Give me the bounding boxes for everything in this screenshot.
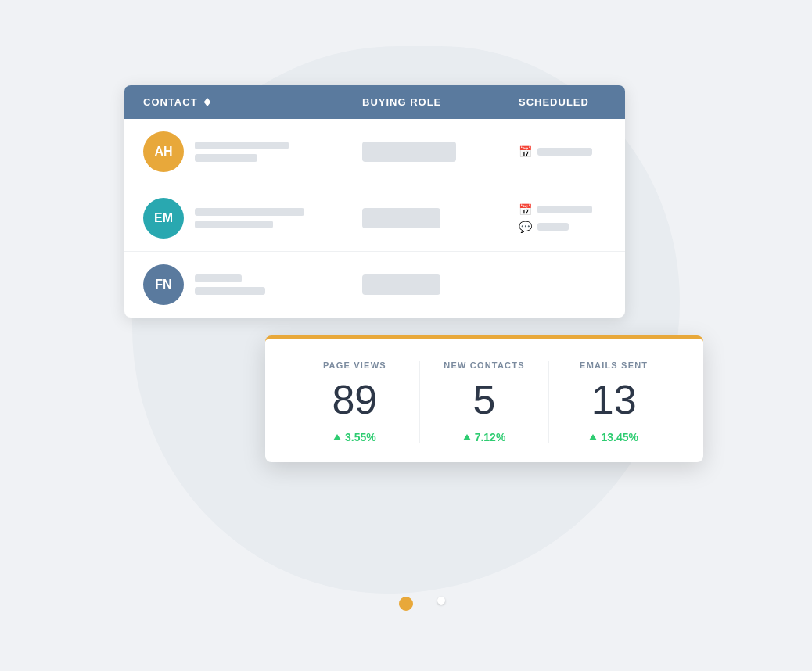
placeholder-line xyxy=(195,208,304,216)
stat-value: 13 xyxy=(591,379,637,420)
scheduled-line xyxy=(537,206,592,214)
avatar: EM xyxy=(143,198,184,239)
sort-up-icon xyxy=(204,98,210,102)
stat-label: PAGE VIEWS xyxy=(323,361,386,370)
stat-value: 5 xyxy=(473,379,496,420)
trend-up-icon xyxy=(589,434,597,440)
contact-lines xyxy=(195,208,304,228)
scheduled-line xyxy=(537,223,569,231)
scheduled-item: 📅 xyxy=(519,203,606,216)
placeholder-line xyxy=(195,287,265,295)
placeholder-line xyxy=(195,142,289,149)
dot-white xyxy=(437,597,445,605)
placeholder-line xyxy=(195,274,242,282)
stat-change: 13.45% xyxy=(589,431,638,443)
contact-table: CONTACT BUYING ROLE SCHEDULED AH xyxy=(124,85,625,318)
row-buying-role xyxy=(362,142,519,162)
row-buying-role xyxy=(362,274,519,295)
row-contact: AH xyxy=(143,131,362,172)
calendar-icon: 📅 xyxy=(519,145,531,158)
stat-label: NEW CONTACTS xyxy=(444,361,524,370)
email-icon: 💬 xyxy=(519,221,531,233)
table-header: CONTACT BUYING ROLE SCHEDULED xyxy=(124,85,625,119)
stat-change: 3.55% xyxy=(333,431,376,443)
table-row[interactable]: EM 📅 💬 xyxy=(124,185,625,252)
avatar: AH xyxy=(143,131,184,172)
stat-change-value: 7.12% xyxy=(475,431,506,443)
sort-icon[interactable] xyxy=(204,98,210,106)
contact-header[interactable]: CONTACT xyxy=(143,96,362,108)
stat-change-value: 13.45% xyxy=(601,431,638,443)
buying-role-header: BUYING ROLE xyxy=(362,96,519,108)
stat-label: EMAILS SENT xyxy=(580,361,648,370)
row-contact: EM xyxy=(143,198,362,239)
scheduled-item: 📅 xyxy=(519,145,606,158)
row-contact: FN xyxy=(143,264,362,305)
trend-up-icon xyxy=(333,434,341,440)
buying-pill xyxy=(362,142,456,162)
stat-change: 7.12% xyxy=(463,431,506,443)
table-row[interactable]: AH 📅 xyxy=(124,119,625,185)
buying-pill xyxy=(362,208,440,228)
main-scene: CONTACT BUYING ROLE SCHEDULED AH xyxy=(101,38,711,633)
trend-up-icon xyxy=(463,434,471,440)
placeholder-line xyxy=(195,154,257,162)
buying-pill xyxy=(362,274,440,295)
stat-page-views: PAGE VIEWS 89 3.55% xyxy=(290,361,419,443)
stats-card: PAGE VIEWS 89 3.55% NEW CONTACTS 5 7.12%… xyxy=(265,336,703,462)
scheduled-item: 💬 xyxy=(519,221,606,233)
avatar: FN xyxy=(143,264,184,305)
contact-header-label: CONTACT xyxy=(143,96,198,108)
stat-emails-sent: EMAILS SENT 13 13.45% xyxy=(548,361,678,443)
row-buying-role xyxy=(362,208,519,228)
contact-lines xyxy=(195,274,265,295)
row-scheduled: 📅 💬 xyxy=(519,203,606,233)
sort-down-icon xyxy=(204,102,210,106)
calendar-icon: 📅 xyxy=(519,203,531,216)
stat-value: 89 xyxy=(332,379,377,420)
scheduled-header: SCHEDULED xyxy=(519,96,606,108)
contact-lines xyxy=(195,142,289,162)
table-row[interactable]: FN xyxy=(124,252,625,318)
placeholder-line xyxy=(195,221,273,228)
stat-change-value: 3.55% xyxy=(345,431,376,443)
scheduled-line xyxy=(537,148,592,156)
stat-new-contacts: NEW CONTACTS 5 7.12% xyxy=(419,361,549,443)
dot-orange xyxy=(399,597,413,611)
row-scheduled: 📅 xyxy=(519,145,606,158)
